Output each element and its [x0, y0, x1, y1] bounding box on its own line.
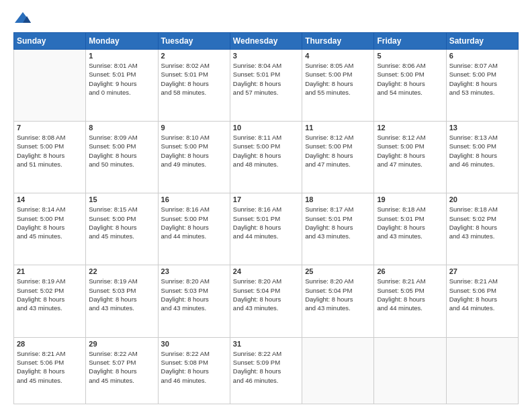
cell-line: and 43 minutes. [233, 304, 279, 312]
calendar-cell: 18Sunrise: 8:17 AMSunset: 5:01 PMDayligh… [302, 193, 374, 265]
day-number: 19 [377, 195, 443, 203]
page: SundayMondayTuesdayWednesdayThursdayFrid… [0, 0, 532, 411]
calendar-week-1: 1Sunrise: 8:01 AMSunset: 5:01 PMDaylight… [14, 50, 519, 122]
cell-content: Sunrise: 8:19 AMSunset: 5:02 PMDaylight:… [17, 277, 83, 312]
calendar-cell: 3Sunrise: 8:04 AMSunset: 5:01 PMDaylight… [230, 50, 302, 122]
calendar-cell: 16Sunrise: 8:16 AMSunset: 5:00 PMDayligh… [158, 193, 230, 265]
calendar-cell: 5Sunrise: 8:06 AMSunset: 5:00 PMDaylight… [374, 50, 446, 122]
day-number: 31 [233, 340, 299, 348]
cell-line: Sunset: 5:00 PM [377, 142, 424, 150]
header [13, 11, 519, 26]
calendar-cell: 28Sunrise: 8:21 AMSunset: 5:06 PMDayligh… [14, 337, 86, 404]
day-number: 13 [449, 124, 515, 132]
cell-line: Sunset: 5:06 PM [17, 359, 64, 366]
cell-line: Sunset: 5:04 PM [233, 287, 280, 294]
cell-line: Sunset: 5:01 PM [161, 71, 208, 78]
cell-line: Daylight: 8 hours [17, 367, 64, 375]
day-number: 28 [17, 340, 83, 348]
calendar-week-2: 7Sunrise: 8:08 AMSunset: 5:00 PMDaylight… [14, 122, 519, 193]
cell-line: Sunset: 5:00 PM [17, 142, 64, 150]
cell-line: Sunrise: 8:09 AM [89, 134, 137, 141]
day-number: 23 [161, 267, 227, 275]
cell-line: Sunset: 5:06 PM [449, 287, 496, 294]
cell-line: Daylight: 8 hours [377, 80, 425, 87]
calendar-cell: 8Sunrise: 8:09 AMSunset: 5:00 PMDaylight… [86, 122, 158, 193]
cell-line: and 43 minutes. [161, 304, 207, 312]
cell-line: Daylight: 8 hours [449, 152, 497, 159]
cell-content: Sunrise: 8:12 AMSunset: 5:00 PMDaylight:… [377, 133, 443, 169]
cell-content: Sunrise: 8:13 AMSunset: 5:00 PMDaylight:… [449, 133, 515, 169]
cell-line: Daylight: 8 hours [305, 295, 353, 303]
calendar-cell [14, 50, 86, 122]
cell-content: Sunrise: 8:16 AMSunset: 5:00 PMDaylight:… [161, 205, 227, 240]
cell-content: Sunrise: 8:19 AMSunset: 5:03 PMDaylight:… [89, 277, 154, 312]
weekday-header-sunday: Sunday [14, 33, 86, 50]
cell-content: Sunrise: 8:21 AMSunset: 5:06 PMDaylight:… [449, 277, 515, 312]
cell-line: and 44 minutes. [377, 304, 423, 312]
cell-line: Daylight: 8 hours [161, 367, 209, 375]
cell-line: Sunset: 5:00 PM [305, 71, 352, 78]
cell-line: Daylight: 8 hours [233, 80, 281, 87]
calendar-cell: 25Sunrise: 8:20 AMSunset: 5:04 PMDayligh… [302, 265, 374, 337]
calendar-cell: 19Sunrise: 8:18 AMSunset: 5:01 PMDayligh… [374, 193, 446, 265]
cell-line: Daylight: 8 hours [89, 295, 136, 303]
cell-line: Sunrise: 8:20 AM [233, 277, 281, 285]
calendar-cell [374, 337, 446, 404]
calendar-cell: 12Sunrise: 8:12 AMSunset: 5:00 PMDayligh… [374, 122, 446, 193]
weekday-header-saturday: Saturday [446, 33, 518, 50]
calendar-cell: 15Sunrise: 8:15 AMSunset: 5:00 PMDayligh… [86, 193, 158, 265]
cell-line: Sunset: 5:00 PM [233, 142, 280, 150]
day-number: 27 [449, 267, 515, 275]
cell-line: and 55 minutes. [305, 89, 351, 96]
cell-content: Sunrise: 8:20 AMSunset: 5:04 PMDaylight:… [305, 277, 371, 312]
cell-line: Sunset: 5:03 PM [161, 287, 208, 294]
cell-line: Sunrise: 8:22 AM [89, 350, 137, 357]
calendar-cell: 11Sunrise: 8:12 AMSunset: 5:00 PMDayligh… [302, 122, 374, 193]
cell-line: Sunrise: 8:21 AM [17, 350, 65, 357]
cell-line: Sunset: 5:00 PM [89, 215, 136, 222]
calendar-cell: 17Sunrise: 8:16 AMSunset: 5:01 PMDayligh… [230, 193, 302, 265]
cell-line: Daylight: 8 hours [233, 367, 281, 375]
calendar-header: SundayMondayTuesdayWednesdayThursdayFrid… [14, 33, 519, 50]
day-number: 8 [89, 124, 154, 132]
cell-line: Sunset: 5:04 PM [305, 287, 352, 294]
calendar-cell: 10Sunrise: 8:11 AMSunset: 5:00 PMDayligh… [230, 122, 302, 193]
cell-line: and 45 minutes. [17, 232, 62, 240]
calendar-cell: 13Sunrise: 8:13 AMSunset: 5:00 PMDayligh… [446, 122, 518, 193]
day-number: 2 [161, 52, 227, 60]
cell-line: Daylight: 8 hours [377, 152, 425, 159]
calendar-body: 1Sunrise: 8:01 AMSunset: 5:01 PMDaylight… [14, 50, 519, 404]
calendar-cell: 9Sunrise: 8:10 AMSunset: 5:00 PMDaylight… [158, 122, 230, 193]
calendar-cell: 21Sunrise: 8:19 AMSunset: 5:02 PMDayligh… [14, 265, 86, 337]
cell-line: Daylight: 8 hours [89, 152, 136, 159]
cell-line: and 43 minutes. [17, 304, 62, 312]
calendar-cell: 29Sunrise: 8:22 AMSunset: 5:07 PMDayligh… [86, 337, 158, 404]
calendar-cell: 23Sunrise: 8:20 AMSunset: 5:03 PMDayligh… [158, 265, 230, 337]
calendar-cell [446, 337, 518, 404]
cell-line: and 45 minutes. [17, 377, 62, 384]
cell-line: and 57 minutes. [233, 89, 279, 96]
cell-line: Sunrise: 8:12 AM [305, 134, 353, 141]
cell-line: and 50 minutes. [89, 161, 134, 168]
cell-line: Sunrise: 8:16 AM [161, 205, 210, 213]
calendar-cell: 30Sunrise: 8:22 AMSunset: 5:08 PMDayligh… [158, 337, 230, 404]
calendar-cell: 14Sunrise: 8:14 AMSunset: 5:00 PMDayligh… [14, 193, 86, 265]
cell-line: Sunrise: 8:04 AM [233, 62, 281, 69]
cell-line: and 43 minutes. [89, 304, 134, 312]
cell-content: Sunrise: 8:09 AMSunset: 5:00 PMDaylight:… [89, 133, 154, 169]
weekday-header-monday: Monday [86, 33, 158, 50]
calendar-cell: 20Sunrise: 8:18 AMSunset: 5:02 PMDayligh… [446, 193, 518, 265]
cell-content: Sunrise: 8:21 AMSunset: 5:05 PMDaylight:… [377, 277, 443, 312]
cell-content: Sunrise: 8:20 AMSunset: 5:03 PMDaylight:… [161, 277, 227, 312]
cell-line: Sunset: 5:00 PM [377, 71, 424, 78]
cell-line: Sunset: 5:00 PM [449, 71, 496, 78]
cell-line: Daylight: 8 hours [449, 224, 497, 231]
calendar-cell [302, 337, 374, 404]
cell-line: Sunrise: 8:21 AM [449, 277, 498, 285]
cell-line: Daylight: 8 hours [233, 295, 281, 303]
cell-content: Sunrise: 8:01 AMSunset: 5:01 PMDaylight:… [89, 61, 154, 97]
cell-line: Daylight: 8 hours [377, 295, 425, 303]
cell-line: Sunset: 5:01 PM [233, 71, 280, 78]
cell-line: Daylight: 8 hours [305, 80, 353, 87]
cell-content: Sunrise: 8:17 AMSunset: 5:01 PMDaylight:… [305, 205, 371, 240]
